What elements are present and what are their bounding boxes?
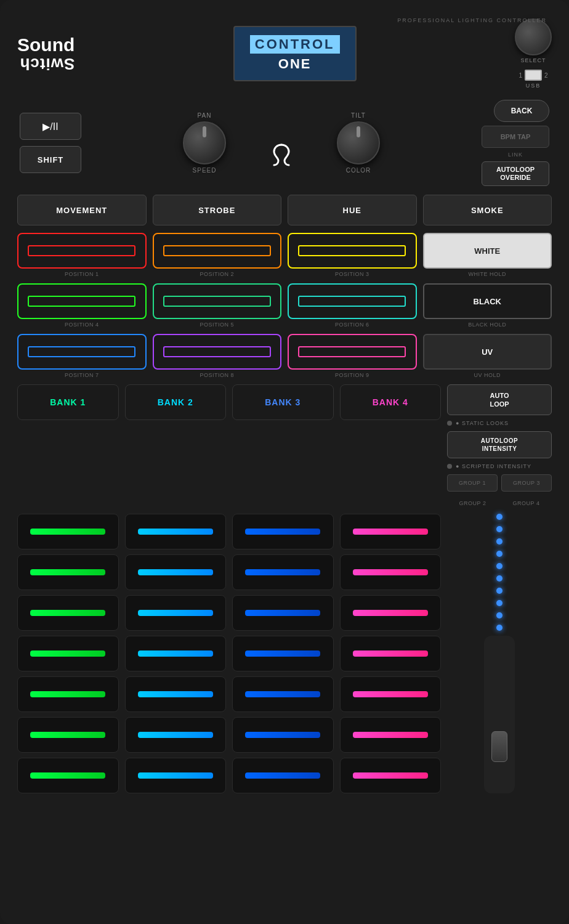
scripted-dot xyxy=(447,464,452,469)
track-3-3[interactable] xyxy=(232,595,334,631)
group-1-button[interactable]: GROUP 1 xyxy=(447,474,498,492)
bank-2-button[interactable]: BANK 2 xyxy=(125,384,227,420)
movement-button[interactable]: MOVEMENT xyxy=(17,195,147,225)
bank-3-button[interactable]: BANK 3 xyxy=(232,384,334,420)
link-label: LINK xyxy=(482,152,549,158)
strobe-button[interactable]: STROBE xyxy=(153,195,282,225)
track-3-4[interactable] xyxy=(232,636,334,671)
tilt-knob[interactable] xyxy=(337,121,380,164)
autoloop-override-button[interactable]: AUTOLOOP OVERIDE xyxy=(482,161,549,186)
track-2-6[interactable] xyxy=(125,717,227,753)
position-4-group: POSITION 4 xyxy=(17,283,147,328)
track-1-1[interactable] xyxy=(17,514,119,549)
position-7-group: POSITION 7 xyxy=(17,334,147,378)
position-7-button[interactable] xyxy=(17,334,147,370)
fader-led-8 xyxy=(496,600,502,606)
position-9-button[interactable] xyxy=(288,334,417,370)
position-9-group: POSITION 9 xyxy=(288,334,417,378)
pro-label: PROFESSIONAL LIGHTING CONTROLLER xyxy=(397,17,547,23)
track-3-7[interactable] xyxy=(232,758,334,793)
track-1-6[interactable] xyxy=(17,717,119,753)
track-2-4[interactable] xyxy=(125,636,227,671)
track-1-5[interactable] xyxy=(17,676,119,712)
track-3-6[interactable] xyxy=(232,717,334,753)
position-5-group: POSITION 5 xyxy=(153,283,282,328)
track-4-1[interactable] xyxy=(340,514,442,549)
position-8-label: POSITION 8 xyxy=(200,372,234,378)
track-2-1[interactable] xyxy=(125,514,227,549)
fader-leds xyxy=(496,514,502,631)
play-pause-button[interactable]: ▶/II xyxy=(20,113,81,140)
position-6-group: POSITION 6 xyxy=(288,283,417,328)
fader-led-6 xyxy=(496,575,502,582)
brand-logo: Sound Switch xyxy=(17,34,75,73)
tracks-col-4 xyxy=(340,514,442,793)
position-8-button[interactable] xyxy=(153,334,282,370)
position-5-label: POSITION 5 xyxy=(200,322,234,328)
right-panel: AUTO LOOP ● STATIC LOOKS AUTOLOOP INTENS… xyxy=(447,384,552,508)
bpm-tap-button[interactable]: BPM TAP xyxy=(482,126,549,148)
track-3-2[interactable] xyxy=(232,554,334,590)
fader-led-7 xyxy=(496,588,502,594)
smoke-button[interactable]: SMOKE xyxy=(423,195,552,225)
auto-loop-button[interactable]: AUTO LOOP xyxy=(447,384,552,415)
static-looks-dot xyxy=(447,421,452,426)
track-2-2[interactable] xyxy=(125,554,227,590)
hue-button[interactable]: HUE xyxy=(288,195,417,225)
group-3-button[interactable]: GROUP 3 xyxy=(501,474,552,492)
bank-4-button[interactable]: BANK 4 xyxy=(340,384,442,420)
controller-body: PROFESSIONAL LIGHTING CONTROLLER Sound S… xyxy=(0,0,569,924)
usb-toggle[interactable] xyxy=(525,70,542,81)
position-1-button[interactable] xyxy=(17,233,147,269)
white-group: WHITE WHITE HOLD xyxy=(423,233,552,277)
position-4-button[interactable] xyxy=(17,283,147,319)
black-button[interactable]: BLACK xyxy=(423,283,552,319)
autoloop-intensity-button[interactable]: AUTOLOOP INTENSITY xyxy=(447,431,552,458)
position-1-label: POSITION 1 xyxy=(65,271,99,277)
track-1-3[interactable] xyxy=(17,595,119,631)
display-one: ONE xyxy=(278,56,312,72)
track-2-7[interactable] xyxy=(125,758,227,793)
track-1-4[interactable] xyxy=(17,636,119,671)
position-2-button[interactable] xyxy=(153,233,282,269)
track-3-1[interactable] xyxy=(232,514,334,549)
track-4-7[interactable] xyxy=(340,758,442,793)
pan-label: PAN xyxy=(198,112,212,119)
position-5-button[interactable] xyxy=(153,283,282,319)
color-label: COLOR xyxy=(346,167,371,174)
position-2-label: POSITION 2 xyxy=(200,271,234,277)
track-4-2[interactable] xyxy=(340,554,442,590)
back-button[interactable]: BACK xyxy=(494,100,549,122)
fader-column xyxy=(447,514,552,793)
track-1-7[interactable] xyxy=(17,758,119,793)
fader-led-2 xyxy=(496,526,502,532)
track-4-5[interactable] xyxy=(340,676,442,712)
ss-logo xyxy=(266,140,297,171)
bank-1-button[interactable]: BANK 1 xyxy=(17,384,119,420)
tilt-label: TILT xyxy=(351,112,366,119)
uv-button[interactable]: UV xyxy=(423,334,552,370)
position-3-button[interactable] xyxy=(288,233,417,269)
fader-led-1 xyxy=(496,514,502,520)
fader-led-3 xyxy=(496,538,502,545)
position-6-button[interactable] xyxy=(288,283,417,319)
fader-handle[interactable] xyxy=(491,731,507,762)
pan-knob[interactable] xyxy=(183,121,226,164)
track-3-5[interactable] xyxy=(232,676,334,712)
track-4-4[interactable] xyxy=(340,636,442,671)
track-4-6[interactable] xyxy=(340,717,442,753)
track-4-3[interactable] xyxy=(340,595,442,631)
fader-led-5 xyxy=(496,563,502,569)
static-looks-row: ● STATIC LOOKS xyxy=(447,420,552,426)
select-label: SELECT xyxy=(520,57,546,63)
track-2-5[interactable] xyxy=(125,676,227,712)
black-hold-label: BLACK HOLD xyxy=(468,322,506,328)
track-2-3[interactable] xyxy=(125,595,227,631)
tracks-col-3 xyxy=(232,514,334,793)
white-button[interactable]: WHITE xyxy=(423,233,552,269)
fader-led-4 xyxy=(496,551,502,557)
track-1-2[interactable] xyxy=(17,554,119,590)
scripted-label: ● SCRIPTED INTENSITY xyxy=(456,463,531,469)
fader-led-9 xyxy=(496,612,502,618)
shift-button[interactable]: SHIFT xyxy=(20,146,81,173)
